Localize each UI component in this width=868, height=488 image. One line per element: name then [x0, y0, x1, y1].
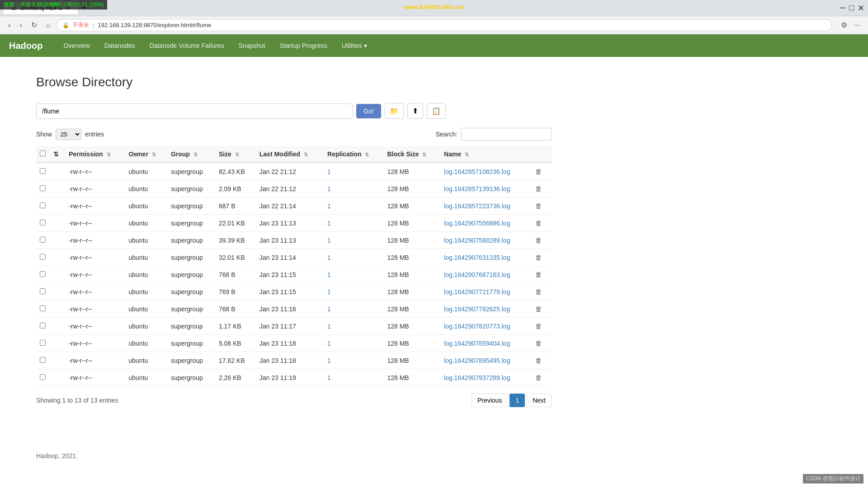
row-replication[interactable]: 1: [324, 197, 383, 215]
row-checkbox-cell[interactable]: [36, 180, 50, 197]
delete-btn-10[interactable]: 🗑: [533, 338, 544, 348]
row-checkbox-9[interactable]: [40, 323, 46, 328]
row-name[interactable]: log.1642857223736.log: [440, 197, 530, 215]
row-checkbox-3[interactable]: [40, 220, 46, 225]
nav-link-utilities[interactable]: Utilities ▾: [335, 36, 374, 56]
nav-item-datanodes[interactable]: Datanodes: [97, 36, 142, 56]
select-all-checkbox[interactable]: [40, 150, 46, 156]
row-delete-cell[interactable]: 🗑: [530, 215, 552, 232]
replication-link-4[interactable]: 1: [327, 237, 331, 244]
row-name[interactable]: log.1642907782625.log: [440, 300, 530, 318]
replication-link-6[interactable]: 1: [327, 271, 331, 278]
path-input[interactable]: [36, 103, 353, 119]
header-owner[interactable]: Owner ⇅: [125, 146, 167, 163]
row-delete-cell[interactable]: 🗑: [530, 335, 552, 352]
go-button[interactable]: Go!: [356, 104, 381, 118]
file-link-6[interactable]: log.1642907687163.log: [444, 271, 510, 278]
file-link-3[interactable]: log.1642907556896.log: [444, 220, 510, 227]
reload-btn[interactable]: ↻: [28, 19, 40, 31]
row-name[interactable]: log.1642857139136.log: [440, 180, 530, 197]
nav-link-startup-progress[interactable]: Startup Progress: [273, 36, 335, 56]
entries-select[interactable]: 25 10 50 100: [56, 129, 81, 140]
nav-item-datanode-volume-failures[interactable]: Datanode Volume Failures: [142, 36, 231, 56]
upload-icon-btn[interactable]: ⬆: [407, 103, 423, 119]
row-checkbox-6[interactable]: [40, 271, 46, 277]
row-name[interactable]: log.1642907820773.log: [440, 318, 530, 335]
row-checkbox-cell[interactable]: [36, 215, 50, 232]
row-replication[interactable]: 1: [324, 300, 383, 318]
row-replication[interactable]: 1: [324, 266, 383, 283]
row-replication[interactable]: 1: [324, 369, 383, 386]
file-link-9[interactable]: log.1642907820773.log: [444, 323, 510, 330]
row-checkbox-cell[interactable]: [36, 249, 50, 266]
header-block-size[interactable]: Block Size ⇅: [383, 146, 440, 163]
row-checkbox-7[interactable]: [40, 288, 46, 294]
row-replication[interactable]: 1: [324, 352, 383, 369]
nav-link-snapshot[interactable]: Snapshot: [231, 36, 273, 56]
row-checkbox-4[interactable]: [40, 237, 46, 243]
row-delete-cell[interactable]: 🗑: [530, 266, 552, 283]
row-delete-cell[interactable]: 🗑: [530, 197, 552, 215]
file-link-7[interactable]: log.1642907721779.log: [444, 288, 510, 296]
hadoop-brand[interactable]: Hadoop: [9, 41, 42, 51]
row-checkbox-11[interactable]: [40, 357, 46, 363]
row-delete-cell[interactable]: 🗑: [530, 352, 552, 369]
replication-link-1[interactable]: 1: [327, 185, 331, 192]
row-checkbox-cell[interactable]: [36, 197, 50, 215]
row-replication[interactable]: 1: [324, 318, 383, 335]
header-replication[interactable]: Replication ⇅: [324, 146, 383, 163]
row-checkbox-10[interactable]: [40, 340, 46, 346]
forward-btn[interactable]: ›: [17, 19, 24, 31]
delete-btn-12[interactable]: 🗑: [533, 373, 544, 382]
row-replication[interactable]: 1: [324, 249, 383, 266]
row-checkbox-cell[interactable]: [36, 232, 50, 249]
maximize-btn[interactable]: □: [849, 3, 854, 13]
delete-btn-7[interactable]: 🗑: [533, 287, 544, 296]
header-select-all[interactable]: [36, 146, 50, 163]
file-link-10[interactable]: log.1642907859404.log: [444, 340, 510, 347]
row-name[interactable]: log.1642857108236.log: [440, 163, 530, 180]
replication-link-5[interactable]: 1: [327, 254, 331, 261]
file-link-1[interactable]: log.1642857139136.log: [444, 185, 510, 192]
row-name[interactable]: log.1642907588289.log: [440, 232, 530, 249]
previous-button[interactable]: Previous: [472, 394, 508, 407]
row-checkbox-cell[interactable]: [36, 300, 50, 318]
nav-item-snapshot[interactable]: Snapshot: [231, 36, 273, 56]
delete-btn-8[interactable]: 🗑: [533, 304, 544, 314]
home-btn[interactable]: ⌂: [43, 19, 53, 31]
replication-link-9[interactable]: 1: [327, 323, 331, 330]
nav-item-startup-progress[interactable]: Startup Progress: [273, 36, 335, 56]
nav-item-overview[interactable]: Overview: [56, 36, 97, 56]
delete-btn-3[interactable]: 🗑: [533, 218, 544, 228]
row-name[interactable]: log.1642907937289.log: [440, 369, 530, 386]
row-checkbox-2[interactable]: [40, 202, 46, 208]
row-checkbox-0[interactable]: [40, 168, 46, 174]
delete-btn-5[interactable]: 🗑: [533, 253, 544, 262]
row-checkbox-cell[interactable]: [36, 335, 50, 352]
row-replication[interactable]: 1: [324, 335, 383, 352]
extensions-btn[interactable]: ⚙: [839, 19, 849, 31]
file-link-2[interactable]: log.1642857223736.log: [444, 202, 510, 210]
delete-btn-0[interactable]: 🗑: [533, 167, 544, 176]
more-btn[interactable]: ⋯: [852, 19, 863, 31]
replication-link-2[interactable]: 1: [327, 202, 331, 210]
header-last-modified[interactable]: Last Modified ⇅: [256, 146, 324, 163]
replication-link-10[interactable]: 1: [327, 340, 331, 347]
header-size[interactable]: Size ⇅: [215, 146, 256, 163]
header-group[interactable]: Group ⇅: [167, 146, 215, 163]
address-bar[interactable]: 🔒 不安全 | 192.168.139.128:9870/explorer.ht…: [57, 19, 832, 31]
row-name[interactable]: log.1642907895495.log: [440, 352, 530, 369]
replication-link-3[interactable]: 1: [327, 220, 331, 227]
row-checkbox-5[interactable]: [40, 254, 46, 260]
replication-link-7[interactable]: 1: [327, 288, 331, 296]
row-replication[interactable]: 1: [324, 180, 383, 197]
nav-link-datanodes[interactable]: Datanodes: [97, 36, 142, 56]
row-checkbox-cell[interactable]: [36, 283, 50, 300]
page-1-button[interactable]: 1: [509, 394, 525, 407]
search-input[interactable]: [461, 128, 552, 141]
row-delete-cell[interactable]: 🗑: [530, 180, 552, 197]
nav-link-overview[interactable]: Overview: [56, 36, 97, 56]
header-permission[interactable]: Permission ⇅: [65, 146, 125, 163]
row-name[interactable]: log.1642907859404.log: [440, 335, 530, 352]
row-replication[interactable]: 1: [324, 215, 383, 232]
